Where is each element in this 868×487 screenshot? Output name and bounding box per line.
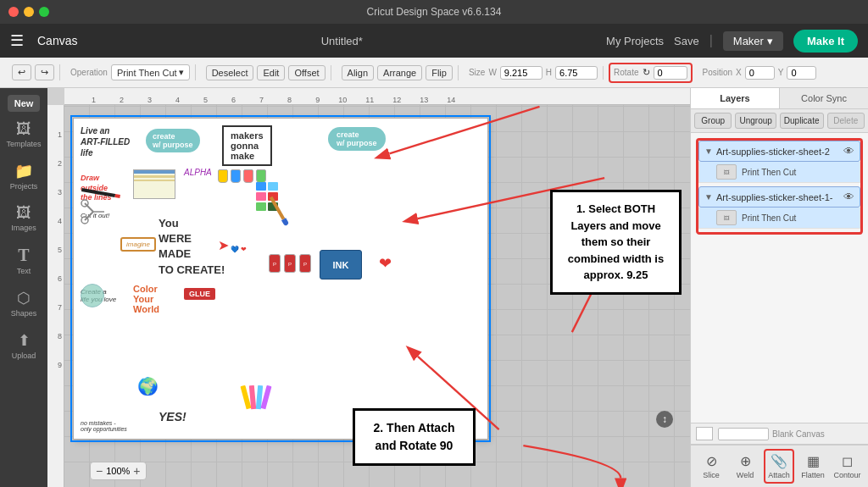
save-button[interactable]: Save xyxy=(674,35,699,47)
panel-tabs: Layers Color Sync xyxy=(691,88,868,109)
sticker-arrow: ➤ xyxy=(218,237,229,253)
sticker-hearts-row: 💙 ❤ xyxy=(231,246,247,253)
width-input[interactable] xyxy=(500,66,542,80)
shapes-icon: ⬡ xyxy=(17,289,31,307)
ruler-horizontal: 1 2 3 4 5 6 7 8 9 10 11 12 13 1 xyxy=(64,88,690,105)
sticker-imagine: imagine xyxy=(120,237,156,252)
svg-line-1 xyxy=(85,212,93,220)
rotate-icon: ↻ xyxy=(643,67,650,78)
sticker-paint-cans: P P P xyxy=(269,254,311,273)
operation-dropdown[interactable]: Print Then Cut ▾ xyxy=(111,64,190,80)
tab-color-sync[interactable]: Color Sync xyxy=(780,88,868,108)
expand-icon-1: ▼ xyxy=(704,147,713,156)
contour-button[interactable]: ◻ Contour xyxy=(832,451,863,482)
sticker-notebook xyxy=(133,169,175,199)
zoom-controls: − 100% + xyxy=(90,462,147,480)
new-button[interactable]: New xyxy=(8,95,41,112)
bottom-toolbar: ⊘ Slice ⊕ Weld 📎 Attach ▦ Flatten ◻ Cont… xyxy=(691,445,868,487)
edit-button[interactable]: Edit xyxy=(257,65,285,80)
sticker-oval-1: createw/ purpose xyxy=(146,129,200,152)
title-bar-title: Cricut Design Space v6.6.134 xyxy=(367,6,502,18)
minimize-button[interactable] xyxy=(24,7,34,17)
sidebar-item-shapes[interactable]: ⬡ Shapes xyxy=(3,284,44,323)
offset-button[interactable]: Offset xyxy=(288,65,325,80)
layer-child-2[interactable]: 🖼 Print Then Cut xyxy=(698,208,860,229)
arrange-button[interactable]: Arrange xyxy=(377,65,422,80)
maximize-button[interactable] xyxy=(39,7,49,17)
group-button[interactable]: Group xyxy=(694,113,732,129)
sticker-glue: GLUE xyxy=(184,288,215,300)
layer-child-1[interactable]: 🖼 Print Then Cut xyxy=(698,162,860,183)
expand-icon-2: ▼ xyxy=(704,192,713,202)
canvas-area[interactable]: 1 2 3 4 5 6 7 8 9 10 11 12 13 1 xyxy=(47,88,690,487)
sidebar-label-upload: Upload xyxy=(12,351,36,360)
scroll-handle[interactable]: ↕ xyxy=(656,411,673,428)
layer-header-1[interactable]: ▼ Art-supplies-sticker-sheet-2 👁 xyxy=(698,141,860,162)
sidebar-label-templates: Templates xyxy=(6,140,41,148)
images-icon: 🖼 xyxy=(16,204,31,222)
make-it-button[interactable]: Make It xyxy=(793,30,858,53)
delete-button[interactable]: Delete xyxy=(827,113,865,129)
flip-button[interactable]: Flip xyxy=(426,65,453,80)
blank-canvas-swatch xyxy=(696,427,713,440)
canvas-label: Canvas xyxy=(37,34,77,47)
weld-icon: ⊕ xyxy=(740,453,751,469)
eye-icon-2[interactable]: 👁 xyxy=(843,191,854,203)
sticker-pencils xyxy=(243,385,269,409)
my-projects-button[interactable]: My Projects xyxy=(606,35,664,47)
canvas-workspace[interactable]: Live anART-FILLEDlife createw/ purpose m… xyxy=(64,105,690,487)
close-button[interactable] xyxy=(8,7,19,17)
height-input[interactable] xyxy=(555,66,598,80)
toolbar-align: Align Arrange Flip xyxy=(337,65,459,80)
ungroup-button[interactable]: Ungroup xyxy=(735,113,776,129)
sticker-you-were-made: YouWEREMADETO CREATE! xyxy=(159,216,225,278)
zoom-out-button[interactable]: − xyxy=(96,464,103,478)
layer-header-2[interactable]: ▼ Art-supplies-sticker-sheet-1- 👁 xyxy=(698,186,860,208)
attach-icon: 📎 xyxy=(771,453,787,469)
sticker-paintbrush xyxy=(270,196,289,225)
title-bar: Cricut Design Space v6.6.134 xyxy=(0,0,868,24)
left-sidebar: New 🖼 Templates 📁 Projects 🖼 Images T Te… xyxy=(0,88,47,487)
eye-icon-1[interactable]: 👁 xyxy=(843,145,854,158)
y-input[interactable] xyxy=(787,66,816,80)
sidebar-label-images: Images xyxy=(11,224,36,232)
sidebar-item-text[interactable]: T Text xyxy=(3,241,44,280)
text-icon: T xyxy=(18,246,29,265)
contour-icon: ◻ xyxy=(842,453,853,469)
blank-canvas-row: Blank Canvas xyxy=(691,423,868,445)
weld-button[interactable]: ⊕ Weld xyxy=(730,451,760,482)
sidebar-label-text: Text xyxy=(17,267,31,275)
sidebar-item-images[interactable]: 🖼 Images xyxy=(3,199,44,237)
window-controls[interactable] xyxy=(8,7,49,17)
sticker-color-your: ColorYourWorld xyxy=(133,284,159,314)
attach-button[interactable]: 📎 Attach xyxy=(764,449,794,484)
hamburger-menu-icon[interactable]: ☰ xyxy=(10,31,24,50)
redo-button[interactable]: ↪ xyxy=(35,64,54,80)
toolbar-undo-redo: ↩ ↪ xyxy=(7,64,60,80)
zoom-in-button[interactable]: + xyxy=(133,464,140,478)
layer-name-1: Art-supplies-sticker-sheet-2 xyxy=(716,147,840,157)
flatten-button[interactable]: ▦ Flatten xyxy=(798,451,828,482)
slice-button[interactable]: ⊘ Slice xyxy=(696,451,726,482)
toolbar-position: Position X Y xyxy=(698,66,822,80)
canvas-mat[interactable]: Live anART-FILLEDlife createw/ purpose m… xyxy=(73,118,488,440)
x-input[interactable] xyxy=(745,66,775,80)
duplicate-button[interactable]: Duplicate xyxy=(780,113,824,129)
deselect-button[interactable]: Deselect xyxy=(206,65,254,80)
tab-layers[interactable]: Layers xyxy=(691,88,780,108)
zoom-level: 100% xyxy=(106,466,130,476)
ruler-vertical: 1 2 3 4 5 6 7 8 9 xyxy=(47,105,64,487)
sidebar-item-projects[interactable]: 📁 Projects xyxy=(3,157,44,196)
layers-highlight-box: ▼ Art-supplies-sticker-sheet-2 👁 🖼 Print… xyxy=(696,138,863,235)
blank-canvas-input[interactable] xyxy=(718,428,769,440)
undo-button[interactable]: ↩ xyxy=(12,64,31,80)
sidebar-item-templates[interactable]: 🖼 Templates xyxy=(3,115,44,153)
rotate-input[interactable] xyxy=(654,66,687,80)
chevron-down-icon: ▾ xyxy=(767,35,773,47)
align-button[interactable]: Align xyxy=(342,65,374,80)
chevron-down-icon: ▾ xyxy=(179,67,184,78)
maker-button[interactable]: Maker ▾ xyxy=(723,31,783,51)
stickers-area: Live anART-FILLEDlife createw/ purpose m… xyxy=(74,119,487,439)
sidebar-item-upload[interactable]: ⬆ Upload xyxy=(3,326,44,365)
sticker-alpha: ALPHA xyxy=(184,168,212,177)
